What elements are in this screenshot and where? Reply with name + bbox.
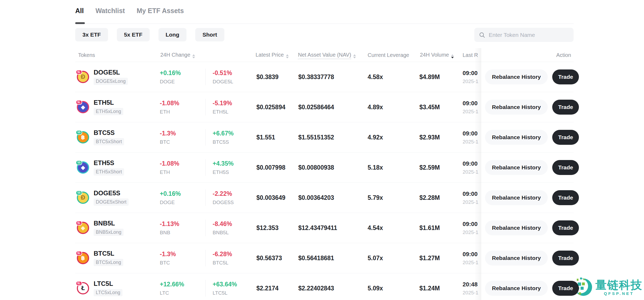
nav-value: $12.43479411 [298,224,337,232]
table-row[interactable]: Ð 5L DOGE5L DOGE5xLong +0.16% DOGE -0.51… [75,62,574,92]
latest-price: $2.2174 [256,285,279,292]
last-rebalance-time: 20:48 2025-1 [463,281,478,296]
tab-watchlist[interactable]: Watchlist [96,6,125,15]
filter-long[interactable]: Long [158,28,186,41]
token-symbol: BNB5L [94,220,124,227]
rebalance-history-button[interactable]: Rebalance History [485,281,548,296]
search-icon [479,32,485,38]
rebalance-date: 2025-1 [463,79,478,84]
etf-change-value: -6.28% [213,251,232,258]
etf-change-value: -0.51% [213,69,233,76]
filter-short[interactable]: Short [195,28,224,41]
nav-value: $2.22402843 [298,285,334,292]
base-change-cell: -1.08% ETH [160,160,179,175]
last-rebalance-time: 09:00 2025-1 [463,160,478,175]
change-divider [205,129,206,146]
table-row[interactable]: ◆ 5L ETH5L ETH5xLong -1.08% ETH -5.19% E… [75,92,574,122]
leverage-badge: 5L [76,251,82,256]
token-cell: Ð 5L DOGE5L DOGE5xLong [77,69,128,85]
action-cell: Rebalance History Trade [485,220,579,235]
table-row[interactable]: ฿ 5L BTC5L BTC5xLong -1.3% BTC -6.28% BT… [75,243,574,273]
rebalance-history-button[interactable]: Rebalance History [485,160,548,175]
leverage-badge: 5S [76,190,82,195]
column-nav[interactable]: Net Asset Value (NAV) [298,52,356,58]
column-24h-volume[interactable]: 24H Volume [420,52,454,58]
rebalance-history-button[interactable]: Rebalance History [485,100,548,115]
latest-price: $0.025894 [256,104,285,111]
trade-button[interactable]: Trade [552,281,579,296]
base-change-label: DOGE [160,79,181,85]
latest-price: $0.003649 [256,194,285,201]
token-symbol: DOGE5S [94,190,129,197]
coin-glyph: ◆ [81,164,85,171]
rebalance-history-button[interactable]: Rebalance History [485,251,548,266]
tab-all[interactable]: All [75,6,84,15]
token-tag: BTC5xLong [94,259,123,266]
column-24h-change[interactable]: 24H Change [160,52,195,58]
action-cell: Rebalance History Trade [485,100,579,115]
token-icon: ◆ 5L [77,101,89,113]
table-row[interactable]: ฿ 5S BTC5S BTC5xShort -1.3% BTC +6.67% B… [75,122,574,153]
search-input[interactable] [488,32,569,38]
token-tag: LTC5xLong [94,289,122,296]
last-rebalance-time: 09:00 2025-1 [463,221,478,235]
trade-button[interactable]: Trade [552,69,579,84]
last-rebalance-time: 09:00 2025-1 [463,100,478,115]
base-change-cell: +12.66% LTC [160,281,184,296]
filter-5x-etf[interactable]: 5x ETF [117,28,150,41]
trade-button[interactable]: Trade [552,251,579,266]
token-search[interactable] [474,28,574,42]
sort-icon [286,54,289,58]
base-change-label: ETH [160,169,179,175]
rebalance-date: 2025-1 [463,260,478,266]
trade-button[interactable]: Trade [552,160,579,175]
rebalance-date: 2025-1 [463,199,478,205]
current-leverage: 4.54x [368,224,383,232]
base-change-cell: -1.13% BNB [160,220,179,236]
table-row[interactable]: ◆ 5L BNB5L BNB5xLong -1.13% BNB -8.46% B… [75,213,574,243]
sort-icon [353,54,356,58]
token-cell: Ð 5S DOGE5S DOGE5xShort [77,190,129,206]
table-row[interactable]: ◆ 5S ETH5S ETH5xShort -1.08% ETH +4.35% … [75,153,574,183]
etf-change-label: DOGE5S [213,200,234,205]
current-leverage: 5.07x [368,255,383,262]
24h-volume: $4.89M [419,73,440,81]
rebalance-history-button[interactable]: Rebalance History [485,69,548,84]
rebalance-time: 09:00 [463,70,478,76]
current-leverage: 4.58x [368,73,383,81]
current-leverage: 5.09x [368,285,383,292]
token-icon: Ð 5L [77,71,89,83]
column-current-leverage: Current Leverage [368,52,409,58]
rebalance-date: 2025-1 [463,139,478,145]
etf-change-cell: -0.51% DOGE5L [213,69,233,85]
token-tag: BTC5xShort [94,138,124,145]
watermark: 量链科技 QFSP.NET [569,275,642,299]
last-rebalance-time: 09:00 2025-1 [463,190,478,205]
token-symbol: DOGE5L [94,69,128,76]
base-change-value: -1.08% [160,160,179,167]
action-cell: Rebalance History Trade [485,69,579,84]
rebalance-history-button[interactable]: Rebalance History [485,220,548,235]
etf-change-cell: +6.67% BTC5S [213,130,234,145]
etf-change-cell: -2.22% DOGE5S [213,190,234,205]
nav-value: $0.00800938 [298,164,334,171]
filter-3x-etf[interactable]: 3x ETF [75,28,108,41]
rebalance-history-button[interactable]: Rebalance History [485,130,548,145]
tab-my-etf-assets[interactable]: My ETF Assets [137,6,184,15]
etf-change-label: LTC5L [213,290,237,296]
table-row[interactable]: Ð 5S DOGE5S DOGE5xShort +0.16% DOGE -2.2… [75,183,574,213]
nav-value: $1.55151352 [298,134,334,141]
base-change-label: BTC [160,139,176,145]
action-cell: Rebalance History Trade [485,160,579,175]
trade-button[interactable]: Trade [552,190,579,205]
token-icon: ◆ 5S [77,161,89,174]
trade-button[interactable]: Trade [552,220,579,235]
leverage-badge: 5S [76,160,82,165]
table-row[interactable]: Ł 5L LTC5L LTC5xLong +12.66% LTC +63.64%… [75,273,574,300]
base-change-label: BTC [160,260,176,266]
trade-button[interactable]: Trade [552,130,579,145]
rebalance-history-button[interactable]: Rebalance History [485,190,548,205]
column-latest-price[interactable]: Latest Price [256,52,289,58]
table-header: Tokens 24H Change Latest Price Net Asset… [75,48,574,62]
trade-button[interactable]: Trade [552,100,579,115]
